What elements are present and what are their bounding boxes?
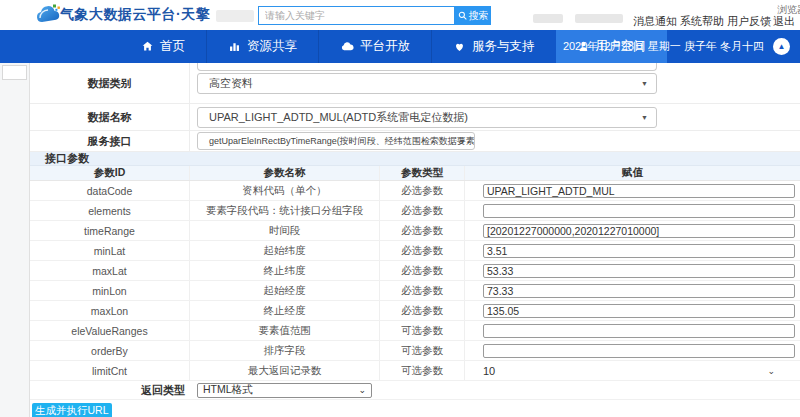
left-sidebar-strip	[0, 63, 30, 417]
service-api-value: getUparEleInRectByTimeRange(按时间段、经纬范围检索数…	[209, 135, 475, 148]
param-table-row: maxLat 终止纬度 必选参数	[30, 261, 800, 281]
param-id: eleValueRanges	[30, 321, 190, 340]
app-title: 气象大数据云平台·天擎	[60, 6, 210, 24]
param-table-row: maxLon 终止经度 必选参数	[30, 301, 800, 321]
cloud-icon	[340, 40, 354, 53]
param-value-input[interactable]	[483, 244, 795, 258]
param-id: elements	[30, 201, 190, 220]
scroll-top-button[interactable]: ▲	[773, 38, 790, 55]
search-icon	[458, 11, 467, 20]
calendar-date: 2020年12月28日 星期一 庚子年 冬月十四	[563, 39, 764, 54]
param-value-input[interactable]	[483, 184, 795, 198]
param-value-input[interactable]	[483, 264, 795, 278]
app-window: 气象大数据云平台·天擎 搜索 消息通知 系统帮助 用户反馈 退出 浏览器 首页	[0, 0, 800, 417]
data-category-value: 高空资料	[209, 76, 253, 91]
data-category-label: 数据类别	[30, 63, 190, 103]
tab-service-support[interactable]: 服务与支持	[431, 30, 556, 63]
param-table-row: timeRange 时间段 必选参数	[30, 221, 800, 241]
chevron-down-icon: ⌄	[767, 366, 775, 376]
main-nav: 首页 资源共享 平台开放 服务与支持	[0, 30, 800, 63]
link-user-feedback[interactable]: 用户反馈	[727, 14, 771, 29]
param-table-row: limitCnt 最大返回记录数 可选参数 10 ⌄	[30, 361, 800, 381]
query-form: 数据类别 高空资料 ▼ 数据名称 UPAR_LIGHT_ADTD_MUL(ADT…	[30, 63, 800, 417]
browser-note: 浏览器	[777, 3, 800, 17]
redacted-logo-suffix	[216, 10, 254, 22]
param-type: 可选参数	[380, 321, 465, 340]
search-button[interactable]: 搜索	[455, 6, 491, 25]
col-header-param-type: 参数类型	[380, 166, 465, 180]
return-type-label: 返回类型	[30, 383, 185, 398]
param-value-input[interactable]	[483, 344, 795, 358]
param-name: 终止纬度	[190, 261, 380, 280]
tab-platform-open[interactable]: 平台开放	[318, 30, 431, 63]
logo-cloud-icon	[36, 4, 62, 30]
param-name: 时间段	[190, 221, 380, 240]
service-api-label: 服务接口	[30, 131, 190, 151]
form-row-service-api: 服务接口 getUparEleInRectByTimeRange(按时间段、经纬…	[30, 131, 800, 152]
param-table-body: dataCode 资料代码（单个） 必选参数 elements 要素字段代码：统…	[30, 181, 800, 381]
search-input[interactable]	[258, 6, 455, 25]
chevron-down-icon: ▼	[641, 80, 648, 87]
param-id: orderBy	[30, 341, 190, 360]
nav-right: 2020年12月28日 星期一 庚子年 冬月十四 ▲	[563, 30, 790, 63]
redacted-org	[575, 14, 623, 23]
param-name: 终止经度	[190, 301, 380, 320]
data-category-select[interactable]: 高空资料 ▼	[197, 73, 657, 94]
param-value-select[interactable]: 10 ⌄	[483, 365, 800, 377]
param-select-value: 10	[483, 365, 495, 377]
param-type: 必选参数	[380, 281, 465, 300]
param-id: maxLat	[30, 261, 190, 280]
link-messages[interactable]: 消息通知	[633, 14, 677, 29]
param-id: timeRange	[30, 221, 190, 240]
param-type: 必选参数	[380, 201, 465, 220]
tab-home[interactable]: 首页	[120, 30, 206, 63]
param-type: 必选参数	[380, 261, 465, 280]
bar-chart-icon	[228, 40, 241, 53]
heart-icon	[453, 40, 466, 53]
param-table-row: minLat 起始纬度 必选参数	[30, 241, 800, 261]
param-table-header: 参数ID 参数名称 参数类型 赋值	[30, 166, 800, 181]
param-name: 起始纬度	[190, 241, 380, 260]
param-table-row: orderBy 排序字段 可选参数	[30, 341, 800, 361]
param-value-input[interactable]	[483, 324, 795, 338]
home-icon	[141, 40, 154, 53]
data-name-select[interactable]: UPAR_LIGHT_ADTD_MUL(ADTD系统雷电定位数据) ▼	[197, 107, 657, 128]
col-header-param-id: 参数ID	[30, 166, 190, 180]
col-header-value: 赋值	[465, 166, 800, 180]
param-type: 必选参数	[380, 241, 465, 260]
redacted-username	[533, 14, 563, 23]
data-name-value: UPAR_LIGHT_ADTD_MUL(ADTD系统雷电定位数据)	[209, 110, 468, 125]
generate-url-button[interactable]: 生成并执行URL	[32, 403, 112, 417]
param-type: 必选参数	[380, 301, 465, 320]
param-value-input[interactable]	[483, 204, 795, 218]
param-type: 必选参数	[380, 181, 465, 200]
param-table-row: dataCode 资料代码（单个） 必选参数	[30, 181, 800, 201]
param-type: 可选参数	[380, 341, 465, 360]
col-header-param-name: 参数名称	[190, 166, 380, 180]
param-id: maxLon	[30, 301, 190, 320]
param-name: 排序字段	[190, 341, 380, 360]
param-table-row: eleValueRanges 要素值范围 可选参数	[30, 321, 800, 341]
param-name: 资料代码（单个）	[190, 181, 380, 200]
param-value-input[interactable]	[483, 304, 795, 318]
param-value-input[interactable]	[483, 284, 795, 298]
param-id: minLon	[30, 281, 190, 300]
tab-resource-share[interactable]: 资源共享	[206, 30, 318, 63]
param-table-row: minLon 起始经度 必选参数	[30, 281, 800, 301]
chevron-down-icon: ▼	[459, 138, 466, 145]
chevron-down-icon: ▼	[641, 114, 648, 121]
chevron-down-icon: ⌄	[358, 385, 366, 395]
param-value-input[interactable]	[483, 224, 795, 238]
param-id: minLat	[30, 241, 190, 260]
param-table-row: elements 要素字段代码：统计接口分组字段 必选参数	[30, 201, 800, 221]
param-name: 要素字段代码：统计接口分组字段	[190, 201, 380, 220]
sidebar-toggle[interactable]	[2, 65, 27, 80]
form-row-data-name: 数据名称 UPAR_LIGHT_ADTD_MUL(ADTD系统雷电定位数据) ▼	[30, 104, 800, 131]
form-row-data-category: 数据类别 高空资料 ▼	[30, 63, 800, 104]
section-header: 接口参数	[30, 152, 800, 166]
link-system-help[interactable]: 系统帮助	[680, 14, 724, 29]
param-name: 起始经度	[190, 281, 380, 300]
service-api-select[interactable]: getUparEleInRectByTimeRange(按时间段、经纬范围检索数…	[197, 132, 475, 150]
top-header: 气象大数据云平台·天擎 搜索 消息通知 系统帮助 用户反馈 退出 浏览器	[0, 0, 800, 30]
return-type-select[interactable]: HTML格式 ⌄	[197, 383, 372, 398]
